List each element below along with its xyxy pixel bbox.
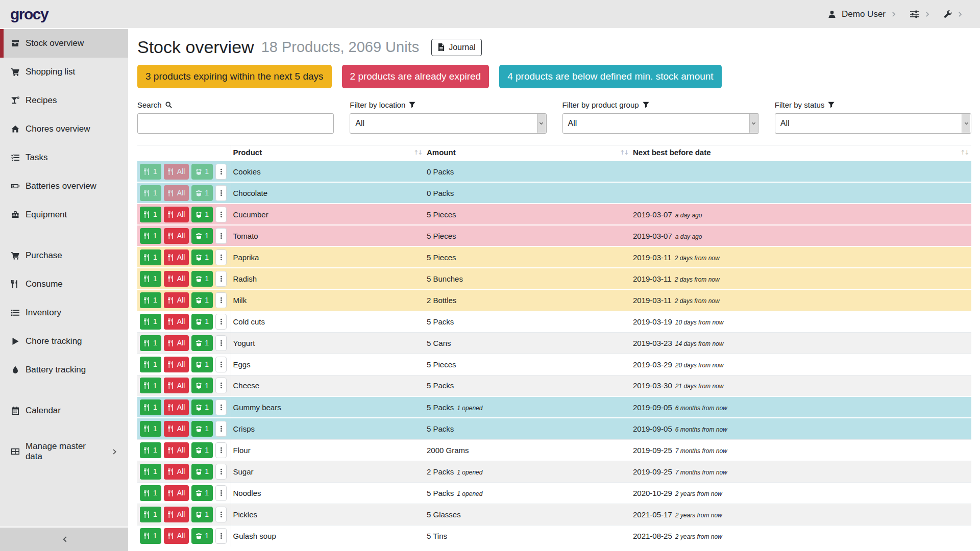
open-one-button[interactable]: 1 bbox=[191, 228, 213, 244]
sidebar-item-batteries-overview[interactable]: Batteries overview bbox=[0, 172, 128, 201]
user-menu-label[interactable]: Demo User bbox=[842, 9, 886, 19]
consume-all-button[interactable]: All bbox=[164, 421, 189, 437]
consume-one-button[interactable]: 1 bbox=[140, 314, 161, 330]
consume-all-button[interactable]: All bbox=[164, 442, 189, 458]
open-one-button[interactable]: 1 bbox=[191, 164, 213, 180]
consume-all-button[interactable]: All bbox=[164, 249, 189, 265]
sidebar-item-purchase[interactable]: Purchase bbox=[0, 241, 128, 270]
open-one-button[interactable]: 1 bbox=[191, 464, 213, 480]
sidebar-item-tasks[interactable]: Tasks bbox=[0, 143, 128, 172]
consume-one-button[interactable]: 1 bbox=[140, 421, 161, 437]
chevron-right-icon[interactable] bbox=[925, 11, 931, 17]
open-one-button[interactable]: 1 bbox=[191, 507, 213, 522]
row-more-button[interactable] bbox=[215, 528, 227, 544]
sidebar-item-equipment[interactable]: Equipment bbox=[0, 201, 128, 229]
sidebar-item-stock-overview[interactable]: Stock overview bbox=[0, 29, 128, 58]
consume-one-button[interactable]: 1 bbox=[140, 528, 161, 544]
row-more-button[interactable] bbox=[215, 399, 227, 415]
row-more-button[interactable] bbox=[215, 228, 227, 244]
consume-one-button[interactable]: 1 bbox=[140, 207, 161, 222]
location-select[interactable]: All bbox=[350, 113, 546, 134]
row-more-button[interactable] bbox=[215, 249, 227, 265]
consume-all-button[interactable]: All bbox=[164, 528, 189, 544]
consume-one-button[interactable]: 1 bbox=[140, 164, 161, 180]
sliders-icon[interactable] bbox=[910, 10, 919, 19]
alert-badge-expiring[interactable]: 3 products expiring within the next 5 da… bbox=[137, 65, 332, 88]
sidebar-item-chore-tracking[interactable]: Chore tracking bbox=[0, 327, 128, 356]
search-input[interactable] bbox=[137, 113, 334, 134]
grocy-logo[interactable]: grocy bbox=[10, 6, 48, 23]
consume-one-button[interactable]: 1 bbox=[140, 271, 161, 287]
row-more-button[interactable] bbox=[215, 442, 227, 458]
open-one-button[interactable]: 1 bbox=[191, 185, 213, 201]
row-more-button[interactable] bbox=[215, 271, 227, 287]
consume-one-button[interactable]: 1 bbox=[140, 249, 161, 265]
consume-all-button[interactable]: All bbox=[164, 314, 189, 330]
row-more-button[interactable] bbox=[215, 207, 227, 222]
consume-one-button[interactable]: 1 bbox=[140, 292, 161, 308]
open-one-button[interactable]: 1 bbox=[191, 335, 213, 351]
consume-all-button[interactable]: All bbox=[164, 164, 189, 180]
alert-badge-below-min[interactable]: 4 products are below defined min. stock … bbox=[499, 65, 721, 88]
consume-one-button[interactable]: 1 bbox=[140, 228, 161, 244]
sidebar-item-inventory[interactable]: Inventory bbox=[0, 298, 128, 327]
consume-one-button[interactable]: 1 bbox=[140, 378, 161, 393]
row-more-button[interactable] bbox=[215, 185, 227, 201]
open-one-button[interactable]: 1 bbox=[191, 442, 213, 458]
row-more-button[interactable] bbox=[215, 335, 227, 351]
row-more-button[interactable] bbox=[215, 164, 227, 180]
amount-column-header[interactable]: Amount↑↓ bbox=[425, 145, 631, 161]
sidebar-collapse-button[interactable] bbox=[0, 527, 128, 551]
product-column-header[interactable]: Product↑↓ bbox=[231, 145, 425, 161]
journal-button[interactable]: Journal bbox=[431, 39, 481, 56]
row-more-button[interactable] bbox=[215, 464, 227, 480]
consume-all-button[interactable]: All bbox=[164, 271, 189, 287]
consume-all-button[interactable]: All bbox=[164, 185, 189, 201]
sidebar-item-shopping-list[interactable]: Shopping list bbox=[0, 58, 128, 86]
consume-all-button[interactable]: All bbox=[164, 507, 189, 522]
consume-all-button[interactable]: All bbox=[164, 228, 189, 244]
consume-all-button[interactable]: All bbox=[164, 464, 189, 480]
sidebar-item-manage-master-data[interactable]: Manage master data bbox=[0, 437, 128, 466]
sidebar-item-consume[interactable]: Consume bbox=[0, 270, 128, 298]
open-one-button[interactable]: 1 bbox=[191, 357, 213, 372]
row-more-button[interactable] bbox=[215, 421, 227, 437]
consume-all-button[interactable]: All bbox=[164, 335, 189, 351]
open-one-button[interactable]: 1 bbox=[191, 399, 213, 415]
consume-one-button[interactable]: 1 bbox=[140, 399, 161, 415]
open-one-button[interactable]: 1 bbox=[191, 528, 213, 544]
wrench-icon[interactable] bbox=[944, 10, 952, 18]
consume-one-button[interactable]: 1 bbox=[140, 464, 161, 480]
open-one-button[interactable]: 1 bbox=[191, 249, 213, 265]
consume-one-button[interactable]: 1 bbox=[140, 185, 161, 201]
chevron-right-icon[interactable] bbox=[958, 11, 964, 17]
open-one-button[interactable]: 1 bbox=[191, 378, 213, 393]
consume-one-button[interactable]: 1 bbox=[140, 485, 161, 501]
sidebar-item-battery-tracking[interactable]: Battery tracking bbox=[0, 356, 128, 384]
sidebar-item-recipes[interactable]: Recipes bbox=[0, 86, 128, 115]
row-more-button[interactable] bbox=[215, 314, 227, 330]
product-group-select[interactable]: All bbox=[562, 113, 759, 134]
consume-all-button[interactable]: All bbox=[164, 292, 189, 308]
open-one-button[interactable]: 1 bbox=[191, 314, 213, 330]
alert-badge-expired[interactable]: 2 products are already expired bbox=[342, 65, 489, 88]
consume-all-button[interactable]: All bbox=[164, 378, 189, 393]
consume-one-button[interactable]: 1 bbox=[140, 442, 161, 458]
consume-all-button[interactable]: All bbox=[164, 399, 189, 415]
row-more-button[interactable] bbox=[215, 485, 227, 501]
consume-one-button[interactable]: 1 bbox=[140, 357, 161, 372]
consume-all-button[interactable]: All bbox=[164, 485, 189, 501]
date-column-header[interactable]: Next best before date↑↓ bbox=[631, 145, 971, 161]
row-more-button[interactable] bbox=[215, 378, 227, 393]
sidebar-item-calendar[interactable]: Calendar bbox=[0, 396, 128, 425]
open-one-button[interactable]: 1 bbox=[191, 421, 213, 437]
consume-all-button[interactable]: All bbox=[164, 357, 189, 372]
consume-one-button[interactable]: 1 bbox=[140, 335, 161, 351]
sidebar-item-chores-overview[interactable]: Chores overview bbox=[0, 115, 128, 143]
open-one-button[interactable]: 1 bbox=[191, 292, 213, 308]
row-more-button[interactable] bbox=[215, 292, 227, 308]
status-select[interactable]: All bbox=[775, 113, 971, 134]
open-one-button[interactable]: 1 bbox=[191, 485, 213, 501]
consume-all-button[interactable]: All bbox=[164, 207, 189, 222]
open-one-button[interactable]: 1 bbox=[191, 271, 213, 287]
